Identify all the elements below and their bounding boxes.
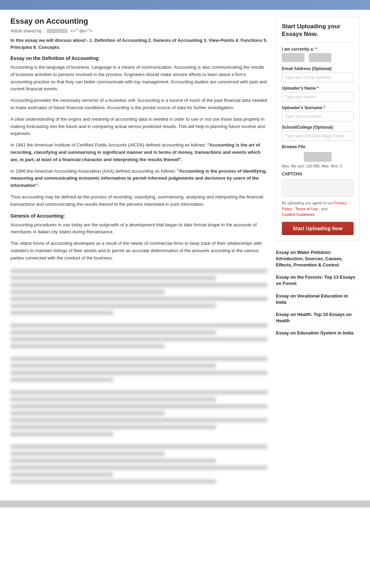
file-info: Max. file size: 128 MB, Max. files: 5. — [282, 164, 354, 168]
section1-heading: Essay on the Definition of Accounting: — [10, 55, 268, 61]
sidebar-link-2[interactable]: Essay on the Forests: Top 13 Essays on F… — [276, 271, 360, 290]
browse-btn-area — [282, 152, 354, 162]
top-bar — [0, 0, 370, 10]
captcha-label: CAPTCHA — [282, 172, 354, 176]
radio-option-2[interactable] — [309, 53, 331, 62]
blurred-content — [10, 269, 268, 484]
upload-submit-button[interactable]: Start Uploading Now — [282, 222, 354, 235]
school-label: School/College (Optional) — [282, 125, 354, 130]
article-para-8: The oldest forms of accounting developed… — [10, 240, 268, 262]
name-label: Uploader's Name * — [282, 86, 354, 91]
sidebar-link-3[interactable]: Essay on Vocational Education in India — [276, 290, 360, 309]
content-guidelines-link[interactable]: Content Guidelines. — [282, 212, 316, 217]
surname-required: * — [324, 105, 325, 110]
article-para-3: A clear understanding of the origins and… — [10, 116, 268, 137]
policy-text: By uploading you agree to our Privacy Po… — [282, 200, 354, 218]
upload-box: Start Uploading your Essays Now. I am cu… — [276, 17, 360, 241]
browse-button[interactable] — [304, 152, 332, 162]
article-para-1: Accounting is the language of business. … — [10, 64, 268, 93]
terms-link[interactable]: Terms of Use — [295, 207, 318, 211]
article-intro: In this essay we will discuss about:- 1.… — [10, 37, 268, 51]
page-wrapper: Essay on Accounting Article shared by : … — [0, 0, 370, 588]
name-input[interactable] — [282, 92, 354, 102]
currently-required: * — [315, 47, 317, 52]
sidebar-link-5[interactable]: Essay on Education System in India — [276, 327, 360, 339]
left-column: Essay on Accounting Article shared by : … — [10, 17, 268, 487]
form-divider — [282, 42, 354, 43]
browse-label: Browse File — [282, 144, 354, 149]
surname-label: Uploader's Surname * — [282, 105, 354, 110]
sidebar-link-4[interactable]: Essay on Health: Top 10 Essays on Health — [276, 309, 360, 327]
article-meta: Article shared by : <="" div=""> — [10, 29, 268, 33]
upload-title: Start Uploading your Essays Now. — [282, 23, 354, 38]
bottom-bar — [0, 500, 370, 507]
surname-input[interactable] — [282, 112, 354, 121]
article-para-5: In 1966 the American Accounting Associat… — [10, 168, 268, 189]
article-para-6: Thus accounting may be defined as the pr… — [10, 194, 268, 208]
meta-label: Article shared by : — [10, 29, 44, 33]
captcha-widget[interactable] — [282, 179, 354, 197]
meta-code: <="" div=""> — [70, 29, 93, 33]
article-para-2: Accounting provides the necessary servic… — [10, 97, 268, 112]
sidebar-link-1[interactable]: Essay on Water Pollution: Introduction, … — [276, 247, 360, 272]
section2-heading: Genesis of Accounting: — [10, 213, 268, 219]
name-required: * — [317, 86, 319, 91]
radio-option-1[interactable] — [282, 53, 305, 62]
article-para-4: In 1941 the American Institute of Certif… — [10, 142, 268, 163]
school-input[interactable] — [282, 131, 354, 141]
para5-start: In 1966 the American Accounting Associat… — [10, 168, 177, 174]
right-column: Start Uploading your Essays Now. I am cu… — [276, 17, 360, 487]
article-title: Essay on Accounting — [10, 17, 268, 26]
email-input[interactable] — [282, 73, 354, 82]
currently-label: I am currently a: * — [282, 47, 354, 52]
author-blur — [47, 29, 68, 33]
article-para-7: Accounting procedures in use today are t… — [10, 221, 268, 236]
currently-radio-group — [282, 53, 354, 62]
content-area: Essay on Accounting Article shared by : … — [0, 10, 370, 493]
sidebar-links: Essay on Water Pollution: Introduction, … — [276, 247, 360, 339]
para4-start: In 1941 the American Institute of Certif… — [10, 142, 207, 148]
email-label: Email Address (Optional) — [282, 66, 354, 71]
